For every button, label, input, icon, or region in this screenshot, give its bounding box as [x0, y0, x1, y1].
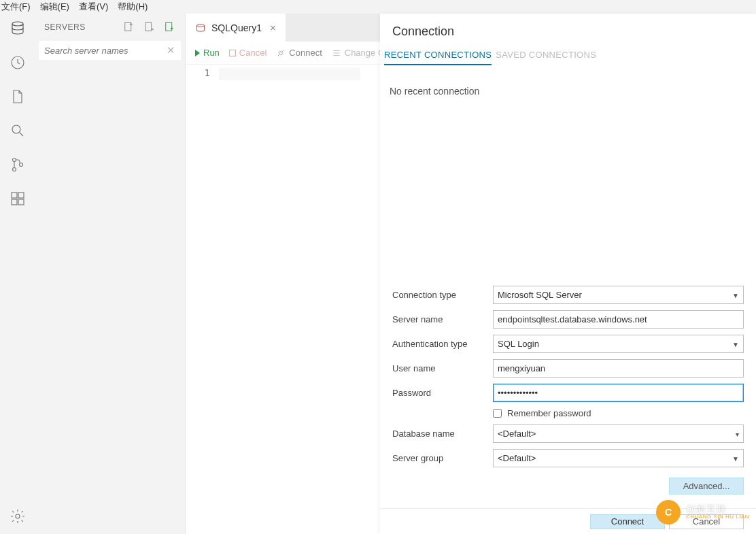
servers-sidebar: SERVERS ✕	[35, 14, 186, 534]
server-group-select[interactable]: <Default>	[493, 449, 744, 467]
remember-password-checkbox[interactable]	[493, 409, 502, 418]
label-password: Password	[392, 388, 493, 398]
search-icon[interactable]	[8, 121, 27, 140]
activity-bar	[0, 14, 35, 534]
connection-type-select[interactable]: Microsoft SQL Server	[493, 286, 744, 304]
watermark-subtext: CHUANG XIN HU LIAN	[686, 514, 749, 520]
advanced-button[interactable]: Advanced...	[669, 478, 744, 495]
svg-rect-9	[18, 199, 24, 205]
line-number: 1	[186, 65, 218, 534]
new-query-icon[interactable]	[143, 21, 155, 33]
tab-sqlquery1[interactable]: SQLQuery1 ×	[186, 14, 286, 41]
connection-panel: Connection RECENT CONNECTIONS SAVED CONN…	[380, 14, 756, 534]
menu-help[interactable]: 帮助(H)	[118, 1, 148, 13]
cancel-button[interactable]: Cancel	[229, 48, 267, 58]
svg-point-3	[12, 158, 16, 162]
code-editor-line[interactable]	[218, 67, 361, 81]
svg-rect-7	[18, 193, 24, 198]
menu-file[interactable]: 文件(F)	[1, 1, 31, 13]
tasks-icon[interactable]	[8, 53, 27, 72]
label-auth-type: Authentication type	[392, 339, 493, 349]
label-user-name: User name	[392, 363, 493, 373]
svg-point-10	[16, 514, 20, 518]
label-connection-type: Connection type	[392, 290, 493, 300]
watermark: C 创新互联 CHUANG XIN HU LIAN	[656, 500, 749, 524]
watermark-text: 创新互联	[686, 504, 749, 514]
server-name-input[interactable]	[493, 310, 744, 329]
recent-connections-empty: No recent connection	[380, 65, 756, 117]
new-connection-icon[interactable]	[122, 21, 135, 33]
server-search[interactable]: ✕	[39, 41, 181, 60]
sql-file-icon	[195, 24, 206, 32]
tab-recent-connections[interactable]: RECENT CONNECTIONS	[384, 46, 492, 65]
label-server-name: Server name	[392, 314, 493, 324]
svg-rect-6	[12, 193, 17, 198]
svg-rect-12	[145, 22, 152, 31]
tab-label: SQLQuery1	[211, 22, 262, 33]
user-name-input[interactable]	[493, 359, 744, 378]
menu-edit[interactable]: 编辑(E)	[40, 1, 69, 13]
settings-icon[interactable]	[8, 507, 27, 526]
label-database-name: Database name	[392, 429, 493, 439]
svg-rect-13	[166, 22, 172, 31]
sidebar-title: SERVERS	[44, 22, 86, 32]
label-server-group: Server group	[392, 453, 493, 463]
run-button[interactable]: Run	[195, 48, 220, 58]
panel-title: Connection	[380, 14, 756, 46]
svg-point-14	[196, 24, 204, 27]
server-search-input[interactable]	[44, 46, 167, 56]
svg-point-4	[12, 168, 16, 171]
clear-search-icon[interactable]: ✕	[167, 44, 175, 56]
password-input[interactable]	[493, 384, 744, 402]
svg-point-5	[19, 163, 22, 167]
svg-point-0	[12, 22, 23, 26]
file-icon[interactable]	[8, 87, 27, 106]
label-remember-password: Remember password	[507, 408, 591, 418]
svg-point-2	[12, 125, 20, 133]
source-control-icon[interactable]	[8, 155, 27, 174]
connect-submit-button[interactable]: Connect	[590, 514, 665, 529]
connection-form: Connection type Microsoft SQL Server ▼ S…	[380, 286, 756, 495]
extensions-icon[interactable]	[8, 189, 27, 208]
auth-type-select[interactable]: SQL Login	[493, 335, 744, 353]
close-tab-icon[interactable]: ×	[270, 22, 276, 33]
menu-bar: 文件(F) 编辑(E) 查看(V) 帮助(H)	[0, 0, 756, 14]
menu-view[interactable]: 查看(V)	[79, 1, 108, 13]
database-name-select[interactable]: <Default>	[493, 424, 744, 443]
servers-icon[interactable]	[8, 19, 27, 38]
tab-saved-connections[interactable]: SAVED CONNECTIONS	[496, 46, 596, 65]
watermark-logo: C	[656, 500, 681, 524]
svg-rect-8	[12, 199, 17, 205]
new-group-icon[interactable]	[163, 21, 175, 33]
connect-button[interactable]: Connect	[276, 48, 322, 58]
